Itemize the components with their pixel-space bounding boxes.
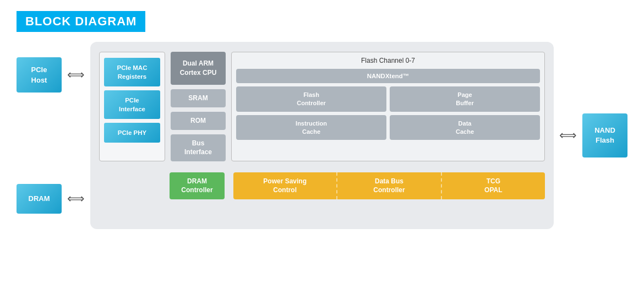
data-bus-box: Data Bus Controller — [337, 172, 441, 199]
rom-box: ROM — [171, 112, 226, 130]
bottom-spacer — [99, 172, 165, 199]
yellow-section: Power Saving Control Data Bus Controller… — [233, 172, 545, 199]
nandxtend-box: NANDXtend™ — [236, 69, 540, 83]
bus-label: Bus Interface — [184, 139, 212, 156]
flash-channel-title: Flash Channel 0-7 — [236, 57, 540, 64]
pcie-mac-box: PCIe MAC Registers — [104, 58, 160, 86]
instruction-cache-label: Instruction Cache — [296, 120, 327, 135]
data-cache-box: Data Cache — [390, 115, 540, 140]
dram-arrow: ⟺ — [67, 192, 85, 206]
nand-section: ⟺ NAND Flash — [557, 42, 627, 229]
tcg-box: TCG OPAL — [442, 172, 545, 199]
page: BLOCK DIAGRAM PCIe Host ⟺ DRAM ⟺ — [0, 0, 644, 288]
dram-label: DRAM — [29, 194, 50, 204]
pcie-phy-box: PCIe PHY — [104, 123, 160, 143]
power-saving-label: Power Saving Control — [263, 177, 307, 194]
tcg-label: TCG OPAL — [484, 177, 502, 194]
diagram-layout: PCIe Host ⟺ DRAM ⟺ PCIe MAC Regis — [17, 42, 627, 229]
rom-label: ROM — [190, 117, 206, 124]
pcie-interface-box: PCIe Interface — [104, 90, 160, 119]
pcie-host-section: PCIe Host ⟺ — [17, 57, 87, 93]
flash-row-2: Instruction Cache Data Cache — [236, 115, 540, 140]
flash-row-1: Flash Controller Page Buffer — [236, 86, 540, 112]
pcie-host-box: PCIe Host — [17, 57, 62, 93]
nandxtend-label: NANDXtend™ — [367, 73, 410, 79]
instruction-cache-box: Instruction Cache — [236, 115, 386, 140]
cpu-label: Dual ARM Cortex CPU — [180, 59, 217, 78]
power-saving-box: Power Saving Control — [233, 172, 337, 199]
header: BLOCK DIAGRAM — [17, 11, 627, 32]
pcie-interface-label: PCIe Interface — [119, 97, 145, 112]
left-side: PCIe Host ⟺ DRAM ⟺ — [17, 42, 87, 229]
pcie-host-arrow: ⟺ — [67, 68, 85, 82]
data-cache-label: Data Cache — [456, 120, 474, 135]
page-buffer-label: Page Buffer — [456, 91, 473, 106]
nand-arrow: ⟺ — [559, 128, 577, 143]
main-chip: PCIe MAC Registers PCIe Interface PCIe P… — [90, 42, 554, 229]
nand-flash-label: NAND Flash — [594, 126, 615, 145]
chip-top-row: PCIe MAC Registers PCIe Interface PCIe P… — [99, 52, 545, 161]
title-badge: BLOCK DIAGRAM — [17, 11, 145, 32]
pcie-host-label: PCIe Host — [31, 64, 47, 86]
pcie-col-container: PCIe MAC Registers PCIe Interface PCIe P… — [99, 52, 165, 161]
nand-flash-box: NAND Flash — [582, 113, 627, 157]
dram-controller-box: DRAM Controller — [170, 172, 225, 199]
main-chip-wrapper: PCIe MAC Registers PCIe Interface PCIe P… — [90, 42, 554, 229]
dram-section: DRAM ⟺ — [17, 184, 87, 214]
dram-box: DRAM — [17, 184, 62, 214]
dram-controller-label: DRAM Controller — [181, 177, 212, 194]
chip-bottom-row: DRAM Controller Power Saving Control Dat… — [99, 172, 545, 199]
flash-controller-label: Flash Controller — [297, 91, 326, 106]
flash-controller-box: Flash Controller — [236, 86, 386, 112]
pcie-mac-label: PCIe MAC Registers — [117, 64, 148, 80]
cpu-col: Dual ARM Cortex CPU SRAM ROM Bus Interfa… — [171, 52, 226, 161]
flash-channel-col: Flash Channel 0-7 NANDXtend™ Flash Contr… — [231, 52, 545, 161]
data-bus-label: Data Bus Controller — [373, 177, 405, 194]
cpu-box: Dual ARM Cortex CPU — [171, 52, 226, 85]
sram-label: SRAM — [188, 94, 208, 102]
pcie-phy-label: PCIe PHY — [118, 129, 146, 136]
sram-box: SRAM — [171, 89, 226, 107]
page-buffer-box: Page Buffer — [390, 86, 540, 112]
bus-box: Bus Interface — [171, 134, 226, 162]
